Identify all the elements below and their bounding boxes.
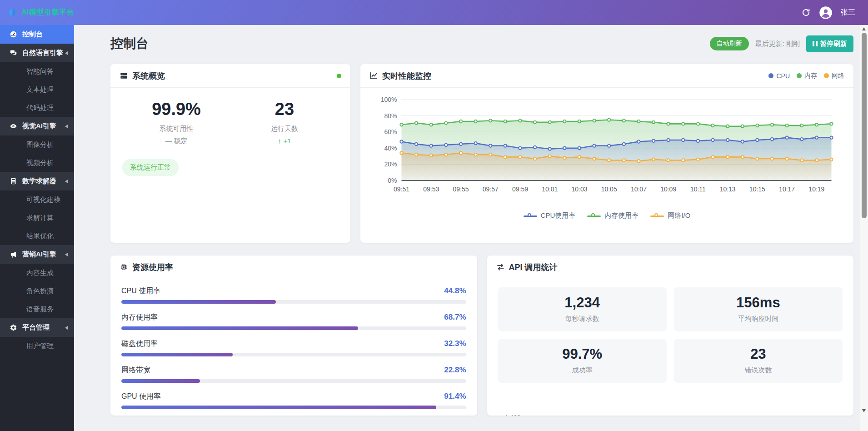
legend-marker <box>650 213 664 219</box>
svg-text:09:57: 09:57 <box>483 185 499 193</box>
sidebar-item-3[interactable]: 文本处理 <box>0 80 74 99</box>
progress-fill <box>121 379 200 383</box>
svg-text:10:11: 10:11 <box>690 185 706 193</box>
scroll-down-arrow[interactable] <box>862 409 866 412</box>
progress-track <box>121 326 466 330</box>
resource-value: 32.3% <box>444 339 466 348</box>
sidebar-item-8[interactable]: 数学求解器 <box>0 172 74 190</box>
legend-item-CPU[interactable]: CPU <box>768 72 790 80</box>
sidebar-item-15[interactable]: 语音服务 <box>0 300 74 318</box>
sidebar-item-label: 视频分析 <box>26 159 54 167</box>
resource-label: 磁盘使用率 <box>121 339 158 349</box>
gear-icon <box>10 324 17 331</box>
svg-text:100%: 100% <box>381 96 397 103</box>
stat-label: 平均响应时间 <box>674 315 843 323</box>
sidebar-item-13[interactable]: 内容生成 <box>0 264 74 282</box>
sidebar-item-label: 图像分析 <box>26 140 54 149</box>
sidebar-item-label: 代码处理 <box>26 104 54 112</box>
sidebar-item-17[interactable]: 用户管理 <box>0 337 74 355</box>
sidebar-item-label: 数学求解器 <box>22 177 56 185</box>
legend-dot <box>824 73 829 78</box>
sidebar-item-9[interactable]: 可视化建模 <box>0 190 74 209</box>
collapse-arrow-icon <box>65 253 68 256</box>
cpu-chip-icon <box>120 263 128 271</box>
sidebar-item-7[interactable]: 视频分析 <box>0 154 74 172</box>
line-chart-icon <box>369 71 378 80</box>
performance-header: 实时性能监控 CPU内存网络 <box>360 64 853 88</box>
sidebar-item-10[interactable]: 求解计算 <box>0 209 74 227</box>
pause-refresh-label: 暂停刷新 <box>820 40 847 48</box>
scroll-up-arrow[interactable] <box>862 27 866 30</box>
sidebar-item-12[interactable]: 营销AI引擎 <box>0 245 74 264</box>
refresh-icon[interactable] <box>801 8 811 17</box>
collapse-arrow-icon <box>65 125 68 128</box>
progress-fill <box>121 300 276 304</box>
status-dot <box>337 74 341 78</box>
pause-icon <box>813 41 814 46</box>
sidebar-item-5[interactable]: 视觉AI引擎 <box>0 117 74 135</box>
resource-label: 网络带宽 <box>121 366 150 375</box>
resource-label: 内存使用率 <box>121 313 158 322</box>
app-root: AI模型引擎平台 张三 控制台自然语言引擎智能问答文本处理代码处理视觉AI引擎图… <box>0 0 868 431</box>
sidebar-item-label: 语音服务 <box>26 305 54 314</box>
stat-trend: — 稳定 <box>122 137 230 145</box>
legend-dot <box>768 73 773 78</box>
performance-line-chart: 0%20%40%60%80%100%09:5109:5309:5509:5709… <box>367 91 847 210</box>
resource-value: 91.4% <box>444 392 466 401</box>
collapse-arrow-icon <box>65 51 68 55</box>
sidebar-item-4[interactable]: 代码处理 <box>0 99 74 117</box>
legend-label: CPU <box>776 72 790 80</box>
resources-body: CPU 使用率44.8%内存使用率68.7%磁盘使用率32.3%网络带宽22.8… <box>110 279 477 409</box>
resources-header: 资源使用率 <box>110 256 477 279</box>
sidebar-item-label: 用户管理 <box>26 342 54 351</box>
series-legend-网络I/O[interactable]: 网络I/O <box>650 211 690 220</box>
sidebar-item-0[interactable]: 控制台 <box>0 25 74 44</box>
pause-refresh-button[interactable]: 暂停刷新 <box>806 35 853 52</box>
stat-label: 运行天数 <box>230 125 339 133</box>
progress-track <box>121 379 466 383</box>
avatar[interactable] <box>819 6 833 20</box>
sidebar-item-11[interactable]: 结果优化 <box>0 227 74 245</box>
progress-track <box>121 406 466 409</box>
svg-text:10:13: 10:13 <box>720 185 736 193</box>
api-card: API 调用统计 1,234每秒请求数156ms平均响应时间99.7%成功率23… <box>487 256 854 416</box>
sidebar-item-14[interactable]: 角色扮演 <box>0 282 74 300</box>
legend-item-网络[interactable]: 网络 <box>824 72 844 80</box>
stat-value: 1,234 <box>498 295 667 311</box>
user-name[interactable]: 张三 <box>841 8 855 17</box>
legend-label: 网络I/O <box>668 211 690 220</box>
collapse-arrow-icon <box>65 326 68 330</box>
sidebar-item-6[interactable]: 图像分析 <box>0 135 74 154</box>
overview-stat-1: 23运行天数↑ +1 <box>230 100 339 145</box>
progress-track <box>121 353 466 356</box>
chart-legend-top: CPU内存网络 <box>768 72 844 80</box>
legend-label: 内存使用率 <box>604 211 639 220</box>
progress-fill <box>121 353 233 356</box>
sidebar-item-16[interactable]: 平台管理 <box>0 318 74 337</box>
app-logo[interactable]: AI模型引擎平台 <box>0 0 74 25</box>
legend-label: 网络 <box>832 72 844 80</box>
sidebar-item-1[interactable]: 自然语言引擎 <box>0 44 74 62</box>
sidebar-item-label: 控制台 <box>22 30 43 39</box>
sidebar-item-2[interactable]: 智能问答 <box>0 62 74 80</box>
sidebar-item-label: 营销AI引擎 <box>22 250 56 259</box>
scrollbar-thumb[interactable] <box>862 33 867 218</box>
svg-text:60%: 60% <box>384 128 397 135</box>
api-body: 1,234每秒请求数156ms平均响应时间99.7%成功率23错误次数 1,40… <box>487 279 854 416</box>
vertical-scrollbar[interactable] <box>860 25 868 431</box>
api-stat-0: 1,234每秒请求数 <box>498 287 667 331</box>
sidebar-item-label: 求解计算 <box>26 214 54 222</box>
system-overview-body: 99.9%系统可用性— 稳定23运行天数↑ +1 系统运行正常 <box>110 88 350 176</box>
svg-text:10:19: 10:19 <box>808 185 824 193</box>
resource-value: 22.8% <box>444 366 466 375</box>
series-legend-CPU使用率[interactable]: CPU使用率 <box>524 211 576 220</box>
stat-value: 23 <box>674 346 843 362</box>
legend-item-内存[interactable]: 内存 <box>797 72 817 80</box>
sidebar-item-label: 结果优化 <box>26 232 54 241</box>
series-legend-内存使用率[interactable]: 内存使用率 <box>587 211 639 220</box>
legend-label: CPU使用率 <box>541 211 576 220</box>
server-icon <box>120 71 128 80</box>
megaphone-icon <box>10 251 17 258</box>
overview-stat-0: 99.9%系统可用性— 稳定 <box>122 100 230 145</box>
stat-value: 23 <box>230 100 339 119</box>
